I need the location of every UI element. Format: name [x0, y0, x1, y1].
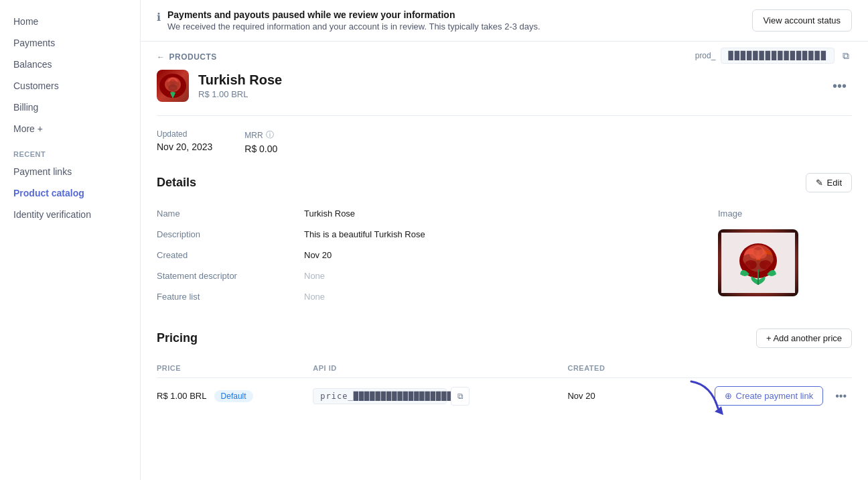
stat-mrr: MRR ⓘ R$ 0.00 [244, 129, 277, 154]
image-field-label: Image [718, 203, 852, 224]
product-id-value: ████████████████ [721, 48, 835, 64]
pricing-table: PRICE API ID CREATED R$ 1.00 BRL Default [157, 359, 852, 414]
detail-feature-value: None [304, 286, 718, 307]
svg-point-17 [745, 260, 757, 269]
pricing-header-row: PRICE API ID CREATED [157, 359, 852, 378]
sidebar-item-balances[interactable]: Balances [0, 54, 140, 75]
details-image-area: Image [718, 203, 852, 307]
default-badge: Default [214, 390, 253, 402]
stat-mrr-label: MRR ⓘ [244, 129, 277, 141]
pricing-row-actions: ⊕ Create payment link ••• [628, 386, 852, 406]
row-created: Nov 20 [567, 378, 628, 414]
sidebar-item-customers[interactable]: Customers [0, 75, 140, 97]
stat-updated: Updated Nov 20, 2023 [157, 129, 212, 154]
pricing-title: Pricing [157, 331, 198, 345]
main-content: ℹ Payments and payouts paused while we r… [141, 0, 868, 480]
product-header-left: Turkish Rose R$ 1.00 BRL [157, 70, 282, 102]
pencil-icon: ✎ [816, 178, 823, 188]
api-id-field[interactable]: price_████████████████████ [313, 388, 447, 404]
product-price: R$ 1.00 BRL [198, 89, 282, 99]
pricing-table-body: R$ 1.00 BRL Default price_██████████████… [157, 378, 852, 414]
col-api-id: API ID [313, 359, 567, 378]
review-banner: ℹ Payments and payouts paused while we r… [141, 0, 868, 42]
detail-statement-label: Statement descriptor [157, 265, 304, 286]
sidebar-item-payments[interactable]: Payments [0, 32, 140, 54]
banner-text: Payments and payouts paused while we rev… [167, 9, 540, 32]
detail-created-value: Nov 20 [304, 245, 718, 265]
price-value: R$ 1.00 BRL [157, 391, 206, 401]
product-header: Turkish Rose R$ 1.00 BRL ••• [157, 70, 852, 116]
breadcrumb-label: PRODUCTS [169, 52, 217, 62]
edit-label: Edit [827, 178, 842, 188]
view-account-status-button[interactable]: View account status [752, 9, 852, 32]
pricing-section-header: Pricing + Add another price [157, 328, 852, 348]
pricing-section: Pricing + Add another price PRICE API ID… [157, 328, 852, 414]
stat-mrr-value: R$ 0.00 [244, 143, 277, 154]
create-payment-link-button[interactable]: ⊕ Create payment link [715, 386, 824, 406]
product-name: Turkish Rose [198, 72, 282, 88]
product-id-prefix: prod_ [695, 51, 716, 60]
edit-button[interactable]: ✎ Edit [806, 173, 852, 192]
api-id-field-area: price_████████████████████ ⧉ [313, 387, 567, 406]
product-info: Turkish Rose R$ 1.00 BRL [198, 72, 282, 99]
sidebar-nav: Home Payments Balances Customers Billing… [0, 11, 140, 139]
banner-title: Payments and payouts paused while we rev… [167, 9, 540, 20]
add-price-button[interactable]: + Add another price [756, 328, 852, 348]
product-id-area: prod_ ████████████████ ⧉ [695, 48, 852, 64]
banner-subtitle: We received the required information and… [167, 21, 540, 32]
sidebar-item-payment-links[interactable]: Payment links [0, 161, 140, 182]
detail-feature-label: Feature list [157, 286, 304, 307]
details-section: Details ✎ Edit Name Turkish Rose Descrip… [157, 173, 852, 307]
pricing-row: R$ 1.00 BRL Default price_██████████████… [157, 378, 852, 414]
col-actions [628, 359, 852, 378]
sidebar-item-home[interactable]: Home [0, 11, 140, 32]
row-price: R$ 1.00 BRL Default [157, 378, 313, 414]
details-content: Name Turkish Rose Description This is a … [157, 203, 852, 307]
detail-description-value: This is a beautiful Turkish Rose [304, 224, 718, 245]
breadcrumb-arrow: ← [157, 52, 165, 62]
page-content: ← PRODUCTS prod_ ████████████████ ⧉ [141, 42, 868, 451]
link-plus-icon: ⊕ [725, 391, 732, 401]
stats-row: Updated Nov 20, 2023 MRR ⓘ R$ 0.00 [157, 129, 852, 154]
create-payment-label: Create payment link [736, 391, 814, 401]
product-menu-button[interactable]: ••• [827, 76, 852, 97]
sidebar-item-more[interactable]: More + [0, 118, 140, 139]
row-actions: ⊕ Create payment link ••• [628, 378, 852, 414]
details-grid: Name Turkish Rose Description This is a … [157, 203, 718, 307]
svg-point-18 [760, 260, 772, 269]
info-icon: ℹ [157, 11, 161, 23]
detail-name-label: Name [157, 203, 304, 224]
detail-name-value: Turkish Rose [304, 203, 718, 224]
pricing-table-head: PRICE API ID CREATED [157, 359, 852, 378]
mrr-info-icon[interactable]: ⓘ [266, 129, 274, 141]
banner-left: ℹ Payments and payouts paused while we r… [157, 9, 540, 32]
sidebar: Home Payments Balances Customers Billing… [0, 0, 141, 480]
stat-updated-value: Nov 20, 2023 [157, 141, 212, 152]
detail-statement-value: None [304, 265, 718, 286]
detail-description-label: Description [157, 224, 304, 245]
col-price: PRICE [157, 359, 313, 378]
sidebar-item-billing[interactable]: Billing [0, 97, 140, 118]
product-image-preview [718, 229, 798, 296]
col-created: CREATED [567, 359, 628, 378]
svg-point-20 [756, 249, 767, 259]
details-title: Details [157, 176, 196, 190]
sidebar-item-product-catalog[interactable]: Product catalog [0, 182, 140, 204]
breadcrumb[interactable]: ← PRODUCTS [157, 42, 217, 70]
stat-updated-label: Updated [157, 129, 212, 139]
sidebar-item-identity-verification[interactable]: Identity verification [0, 204, 140, 225]
svg-point-6 [168, 84, 177, 91]
details-section-header: Details ✎ Edit [157, 173, 852, 192]
copy-api-id-button[interactable]: ⧉ [451, 387, 469, 406]
copy-product-id-button[interactable]: ⧉ [840, 48, 852, 64]
details-fields: Name Turkish Rose Description This is a … [157, 203, 718, 307]
recent-section-label: Recent [0, 139, 140, 161]
product-thumbnail [157, 70, 189, 102]
pricing-row-menu-button[interactable]: ••• [830, 387, 852, 405]
detail-created-label: Created [157, 245, 304, 265]
row-api-id: price_████████████████████ ⧉ [313, 378, 567, 414]
